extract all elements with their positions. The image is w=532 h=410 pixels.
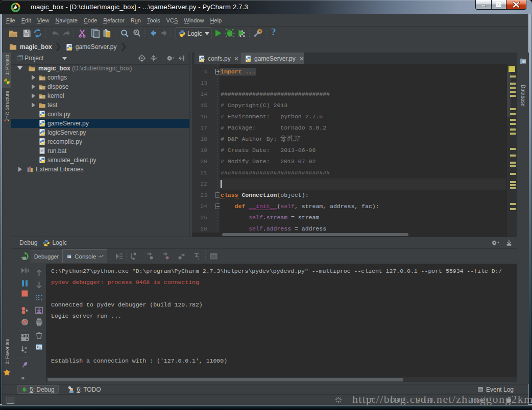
svg-text:I: I (198, 256, 200, 261)
svg-text:A: A (135, 30, 138, 35)
svg-text:z: z (25, 349, 27, 353)
